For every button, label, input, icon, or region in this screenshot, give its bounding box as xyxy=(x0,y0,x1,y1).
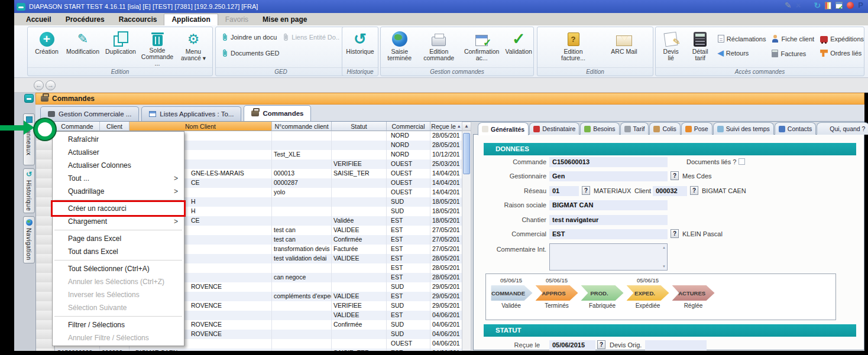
column-header[interactable]: Reçue le ▲ xyxy=(430,122,462,131)
column-header[interactable]: Commercial ▲ xyxy=(387,122,430,131)
detail-tab[interactable]: Tarif xyxy=(620,122,649,135)
documents-ged-button[interactable]: Documents GED xyxy=(222,49,346,57)
detail-tab[interactable]: Généralités xyxy=(478,122,529,135)
creation-button[interactable]: Création xyxy=(30,29,63,67)
raison-sociale-field[interactable]: BIGMAT CAN xyxy=(549,200,668,210)
detail-tab[interactable]: Suivi des temps xyxy=(713,122,774,135)
cell-ncommande-client: test can xyxy=(272,235,332,245)
context-menu-item[interactable]: Annuler les Sélections (Ctrl+Z) > xyxy=(53,275,184,288)
context-menu-item[interactable]: Tout Sélectionner (Ctrl+A) > xyxy=(53,262,184,275)
reseau-help-button[interactable]: ? xyxy=(582,186,590,195)
commercial-label: Commercial xyxy=(478,230,546,237)
solde-commande-button[interactable]: Solde Commande ... xyxy=(139,29,176,67)
recue-le-field[interactable]: 05/06/2015 xyxy=(549,340,595,350)
commercial-help-button[interactable]: ? xyxy=(671,229,679,238)
chantier-field[interactable]: test navigateur xyxy=(549,215,668,225)
scroll-down-icon[interactable]: ▼ xyxy=(662,265,666,268)
client-help-button[interactable]: ? xyxy=(690,186,698,195)
detail-tab[interactable]: Qui, quand ? xyxy=(817,122,868,135)
menu-tab[interactable]: Raccourcis xyxy=(112,14,164,25)
notes-icon[interactable] xyxy=(825,2,831,9)
gestionnaire-field[interactable]: Gen xyxy=(549,171,668,181)
menu-tab[interactable]: Favoris xyxy=(218,14,255,25)
devis-orig-field[interactable] xyxy=(645,340,707,350)
menu-tab[interactable]: Accueil xyxy=(19,14,59,25)
detail-tab[interactable]: Besoins xyxy=(580,122,619,135)
context-menu-item[interactable]: Tout ... > xyxy=(53,172,184,185)
edition-facture-button[interactable]: Edition facture... xyxy=(552,29,595,67)
historique-button[interactable]: ↺ Historique xyxy=(342,29,378,67)
tasks-icon[interactable] xyxy=(835,2,843,9)
liens-entite-button[interactable]: Liens Entité Do.. xyxy=(283,33,339,41)
reclamations-button[interactable]: Réclamations xyxy=(718,35,766,43)
edit-icon[interactable]: ✎ xyxy=(785,1,792,9)
scroll-up-icon[interactable]: ▲ xyxy=(462,122,471,131)
modification-button[interactable]: ✎ Modification xyxy=(63,29,102,67)
context-menu-item[interactable]: Tout dans Excel > xyxy=(53,245,184,258)
context-menu-item[interactable]: Annuler Filtre / Sélections > xyxy=(53,331,184,344)
sidebar-tab-historique[interactable]: ↺ Historique xyxy=(23,168,35,213)
column-header[interactable]: Commande ▲ xyxy=(55,122,100,131)
joindre-document-button[interactable]: Joindre un docu xyxy=(222,33,277,41)
menu-tab[interactable]: Mise en page xyxy=(255,14,314,25)
doc-tab-commandes[interactable]: Commandes xyxy=(244,105,311,121)
documents-lies-checkbox[interactable] xyxy=(739,158,745,165)
recue-le-help-button[interactable]: ? xyxy=(597,340,605,349)
context-menu-item[interactable]: Inverser les Sélections > xyxy=(53,288,184,301)
confirmation-button[interactable]: Confirmation ac... xyxy=(459,29,504,67)
reseau-field[interactable]: 01 xyxy=(549,186,579,196)
duplication-button[interactable]: Duplication xyxy=(102,29,139,67)
fiche-client-button[interactable]: Fiche client xyxy=(772,35,814,43)
validation-button[interactable]: ✓ Validation xyxy=(504,29,533,67)
context-menu-item[interactable]: Sélection Suivante > xyxy=(53,301,184,314)
retours-button[interactable]: ◀ Retours xyxy=(718,50,766,57)
sidebar-tab-navigation[interactable]: Navigation xyxy=(23,216,35,263)
menu-tab[interactable]: Application xyxy=(164,14,218,25)
commande-field[interactable]: C150600013 xyxy=(549,157,668,167)
detail-tab[interactable]: Destinataire xyxy=(529,122,579,135)
column-header[interactable]: Statut ▲ xyxy=(332,122,387,131)
context-menu-item[interactable]: Rafraîchir > xyxy=(53,133,184,146)
ordres-lies-button[interactable]: Ordres liés xyxy=(820,50,864,57)
collapse-panel-button[interactable] xyxy=(24,94,34,103)
table-scrollbar[interactable]: ▲ xyxy=(462,122,471,351)
back-button[interactable]: ← xyxy=(34,80,44,90)
gestionnaire-help-button[interactable]: ? xyxy=(671,171,679,180)
context-menu-item[interactable]: Quadrillage > xyxy=(53,185,184,198)
refresh-icon[interactable]: ↻ xyxy=(814,1,821,9)
context-menu-item[interactable]: Chargement > xyxy=(53,215,184,228)
arc-mail-button[interactable]: ARC Mail xyxy=(610,29,639,67)
detail-tab[interactable]: Colis xyxy=(649,122,680,135)
parameters-button[interactable]: P xyxy=(858,1,863,9)
cell-ncommande-client: 000013 xyxy=(272,169,332,178)
saisie-terminee-button[interactable]: Saisie terminée xyxy=(381,29,419,67)
delete-x-icon[interactable]: × xyxy=(796,1,801,9)
edition-commande-button[interactable]: Edition commande xyxy=(419,29,459,67)
devis-lie-button[interactable]: Devis lié xyxy=(659,29,682,67)
client-field[interactable]: 000032 xyxy=(653,186,687,196)
context-menu-item[interactable]: Créer un raccourci > xyxy=(53,202,184,215)
scroll-up-icon[interactable]: ▲ xyxy=(662,246,666,249)
scrollbar-thumb[interactable] xyxy=(463,133,470,174)
record-icon[interactable] xyxy=(847,2,854,9)
detail-tab[interactable]: Contacts xyxy=(775,122,816,135)
context-menu-item[interactable]: Actualiser > xyxy=(53,146,184,159)
commercial-field[interactable]: EST xyxy=(549,229,668,239)
context-menu-item[interactable]: Filtrer / Sélections > xyxy=(53,318,184,331)
expeditions-button[interactable]: Expéditions xyxy=(820,35,864,43)
column-header[interactable]: Nom Client ▲ xyxy=(129,122,272,131)
detail-tab[interactable]: Pose xyxy=(681,122,712,135)
column-header[interactable]: Client ▲ xyxy=(100,122,129,131)
detail-tarif-button[interactable]: Détail tarif xyxy=(688,29,711,67)
commentaire-textarea[interactable]: ▲ ▼ xyxy=(549,243,668,271)
column-header[interactable]: N°commande client ▲ xyxy=(272,122,332,131)
factures-button[interactable]: Factures xyxy=(772,50,814,57)
menu-avance-button[interactable]: ⚙ Menu avancé ▾ xyxy=(176,29,211,67)
menu-tab[interactable]: Procédures xyxy=(59,14,112,25)
doc-tab-listes-applicatives[interactable]: Listes Applicatives : To... xyxy=(141,106,241,121)
forward-button[interactable]: → xyxy=(46,80,56,90)
context-menu-item[interactable]: Actualiser Colonnes > xyxy=(53,159,184,172)
ribbon-group-ged: Joindre un docu Liens Entité Do.. Docume… xyxy=(215,27,346,76)
context-menu-item[interactable]: Page dans Excel > xyxy=(53,232,184,245)
doc-tab-gestion-commerciale[interactable]: Gestion Commerciale ... xyxy=(40,106,139,121)
